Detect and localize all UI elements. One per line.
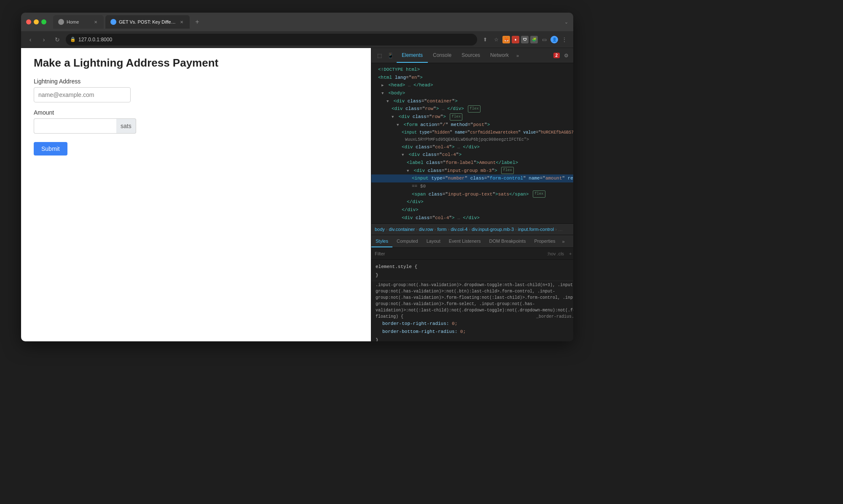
breadcrumb-col4[interactable]: div.col-4	[451, 227, 467, 232]
breadcrumb-container[interactable]: div.container	[389, 227, 415, 232]
maximize-window-button[interactable]	[41, 19, 46, 24]
dom-close-div1[interactable]: </div>	[371, 198, 573, 206]
forward-button[interactable]: ›	[39, 35, 49, 45]
styles-tab-styles[interactable]: Styles	[371, 235, 392, 247]
lightning-address-input[interactable]	[34, 87, 131, 102]
devtools-tab-elements[interactable]: Elements	[397, 48, 428, 63]
devtools-settings-button[interactable]: ⚙	[561, 51, 571, 60]
filter-icons: + ⊞ ⊡	[566, 250, 573, 257]
sidebar-button[interactable]: ▭	[540, 35, 549, 44]
ext-orange-icon[interactable]: 🦊	[502, 36, 510, 43]
styles-filter-input[interactable]	[375, 251, 545, 256]
dom-container[interactable]: ▼ <div class="container">	[371, 97, 573, 105]
styles-tabs: Styles Computed Layout Event Listeners D…	[371, 235, 573, 248]
bookmark-button[interactable]: ☆	[491, 35, 501, 44]
devtools-tab-network[interactable]: Network	[485, 48, 514, 63]
tab-close-get-post[interactable]: ✕	[179, 19, 185, 25]
devtools-tab-console[interactable]: Console	[428, 48, 456, 63]
devtools-toolbar: ⬚ 📱 Elements Console Sources Network » 2…	[371, 48, 573, 63]
breadcrumb-bar: body › div.container › div.row › form › …	[371, 223, 573, 235]
browser-content: Make a Lightning Address Payment Lightni…	[21, 48, 573, 341]
ext-profile-icon[interactable]: 👤	[550, 36, 558, 43]
browser-window: Home ✕ GET Vs. POST: Key Difference ✕ + …	[21, 13, 573, 341]
breadcrumb-input[interactable]: input.form-control	[518, 227, 554, 232]
tab-title-get-post: GET Vs. POST: Key Difference	[119, 19, 176, 24]
tab-home[interactable]: Home ✕	[53, 15, 104, 29]
close-window-button[interactable]	[26, 19, 31, 24]
dom-input-number[interactable]: <input type="number" class="form-control…	[371, 174, 573, 182]
browser-titlebar: Home ✕ GET Vs. POST: Key Difference ✕ + …	[21, 13, 573, 31]
dom-tree-panel: <!DOCTYPE html> <html lang="en"> ▶ <head…	[371, 63, 573, 223]
dom-row1[interactable]: <div class="row"> … </div> flex	[371, 105, 573, 113]
minimize-window-button[interactable]	[34, 19, 39, 24]
webpage: Make a Lightning Address Payment Lightni…	[21, 48, 371, 341]
dom-close-div2[interactable]: </div>	[371, 206, 573, 214]
breadcrumb-input-group[interactable]: div.input-group.mb-3	[472, 227, 514, 232]
styles-tab-properties[interactable]: Properties	[530, 235, 559, 247]
css-rule-border-radius: .input-group:not(.has-validation)>.dropd…	[371, 281, 573, 341]
css-rule-element-style: element.style { }	[371, 262, 573, 281]
tab-get-post[interactable]: GET Vs. POST: Key Difference ✕	[105, 15, 190, 29]
devtools-inspect-button[interactable]: ⬚	[375, 51, 384, 60]
dom-form[interactable]: ▼ <form action="/" method="post">	[371, 121, 573, 129]
address-bar[interactable]: 🔒 127.0.0.1:8000	[66, 34, 477, 46]
page-title: Make a Lightning Address Payment	[34, 56, 358, 70]
dom-head[interactable]: ▶ <head> … </head>	[371, 81, 573, 89]
add-style-button[interactable]: +	[566, 250, 573, 257]
dom-html[interactable]: <html lang="en">	[371, 74, 573, 82]
styles-tab-overflow[interactable]: »	[560, 239, 567, 244]
breadcrumb-form[interactable]: form	[437, 227, 446, 232]
tab-title-home: Home	[67, 19, 79, 24]
lightning-address-label: Lightning Address	[34, 78, 358, 85]
devtools-main: <!DOCTYPE html> <html lang="en"> ▶ <head…	[371, 63, 573, 341]
amount-input-group: sats	[34, 118, 131, 134]
filter-hint: :hov .cls	[547, 251, 564, 256]
styles-tab-event-listeners[interactable]: Event Listeners	[445, 235, 485, 247]
tab-favicon-home	[58, 19, 64, 25]
amount-section: Amount sats	[34, 109, 358, 134]
dom-label[interactable]: <label class="form-label">Amount</label>	[371, 159, 573, 167]
dom-csrf[interactable]: <input type="hidden" name="csrfmiddlewar…	[371, 129, 573, 136]
address-text: 127.0.0.1:8000	[78, 37, 112, 43]
tab-overflow-button[interactable]: ⌄	[564, 19, 568, 25]
dom-csrf2[interactable]: WuuxL5RYPhMFsd95QEKkELWD6uP6bjpqc908eegz…	[371, 136, 573, 143]
tab-close-home[interactable]: ✕	[93, 19, 99, 25]
dom-col4-3[interactable]: <div class="col-4"> … </div>	[371, 214, 573, 222]
submit-button[interactable]: Submit	[34, 142, 67, 155]
share-button[interactable]: ⬆	[481, 35, 490, 44]
toolbar-actions: ⬆ ☆ 🦊 ♦ 🛡 🧩 ▭ 👤 ⋮	[481, 35, 569, 44]
ext-puzzle-icon[interactable]: 🧩	[530, 36, 538, 43]
dom-span-sats[interactable]: <span class="input-group-text">sats</spa…	[371, 190, 573, 198]
devtools-device-button[interactable]: 📱	[386, 51, 395, 60]
amount-input[interactable]	[34, 118, 116, 134]
dom-row2[interactable]: ▼ <div class="row"> flex	[371, 113, 573, 121]
devtools-tab-overflow[interactable]: »	[514, 53, 521, 58]
css-rules[interactable]: element.style { } .input-group:not(.has-…	[371, 260, 573, 341]
ext-red-icon[interactable]: ♦	[512, 36, 519, 43]
filter-bar: :hov .cls + ⊞ ⊡	[371, 248, 573, 260]
styles-tab-layout[interactable]: Layout	[422, 235, 445, 247]
refresh-button[interactable]: ↻	[52, 35, 62, 45]
breadcrumb-row[interactable]: div.row	[419, 227, 433, 232]
traffic-lights	[26, 19, 46, 24]
menu-button[interactable]: ⋮	[560, 35, 569, 44]
dom-col4-1[interactable]: <div class="col-4"> … </div>	[371, 143, 573, 151]
devtools-more-button[interactable]: ⋮	[572, 51, 573, 60]
devtools-panel: ⬚ 📱 Elements Console Sources Network » 2…	[371, 48, 573, 341]
dom-input-group[interactable]: ▼ <div class="input-group mb-3"> flex	[371, 167, 573, 175]
sats-label: sats	[116, 118, 136, 134]
breadcrumb-body[interactable]: body	[375, 227, 385, 232]
browser-toolbar: ‹ › ↻ 🔒 127.0.0.1:8000 ⬆ ☆ 🦊 ♦ 🛡 🧩 ▭ 👤 ⋮	[21, 31, 573, 48]
devtools-tab-sources[interactable]: Sources	[456, 48, 485, 63]
devtools-tabs: Elements Console Sources Network »	[397, 48, 552, 63]
lock-icon: 🔒	[70, 37, 76, 42]
back-button[interactable]: ‹	[25, 35, 35, 45]
dom-col4-2[interactable]: ▼ <div class="col-4">	[371, 151, 573, 159]
styles-tab-computed[interactable]: Computed	[392, 235, 422, 247]
dom-doctype[interactable]: <!DOCTYPE html>	[371, 66, 573, 74]
dom-body[interactable]: ▼ <body>	[371, 89, 573, 97]
styles-tab-dom-breakpoints[interactable]: DOM Breakpoints	[485, 235, 530, 247]
ext-shield-icon[interactable]: 🛡	[521, 36, 529, 43]
new-tab-button[interactable]: +	[191, 16, 203, 28]
dom-tree[interactable]: <!DOCTYPE html> <html lang="en"> ▶ <head…	[371, 63, 573, 223]
